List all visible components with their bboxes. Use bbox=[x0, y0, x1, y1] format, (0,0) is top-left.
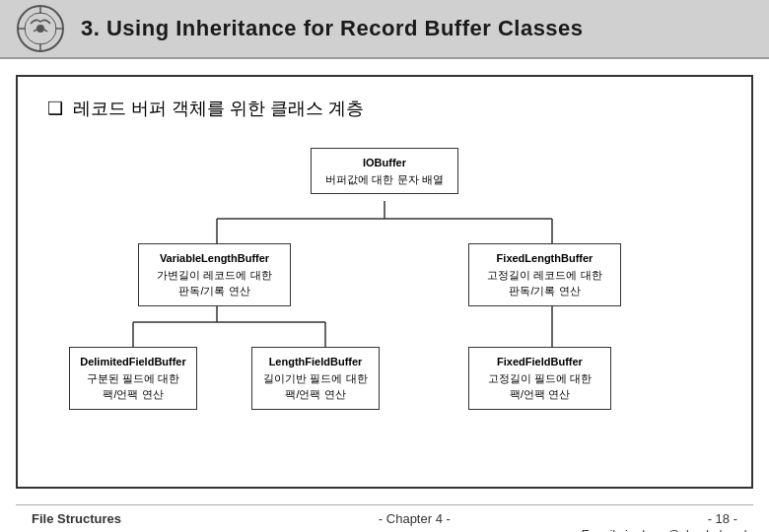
node-variable-length: VariableLengthBuffer 가변길이 레코드에 대한판독/기록 연… bbox=[138, 243, 291, 306]
node-fixed-length: FixedLengthBuffer 고정길이 레코드에 대한판독/기록 연산 bbox=[468, 243, 621, 306]
footer: File Structures - Chapter 4 - - 18 - bbox=[16, 504, 753, 528]
header: 3. Using Inheritance for Record Buffer C… bbox=[0, 0, 769, 59]
tree-diagram: IOBuffer 버퍼값에 대한 문자 배열 VariableLengthBuf… bbox=[59, 140, 710, 455]
node-iobuffer-classname: IOBuffer bbox=[319, 155, 450, 171]
node-iobuffer: IOBuffer 버퍼값에 대한 문자 배열 bbox=[311, 148, 458, 194]
university-logo bbox=[16, 4, 65, 53]
section-title: ❑ 레코드 버퍼 객체를 위한 클래스 계층 bbox=[47, 97, 722, 120]
node-ffb-desc: 고정길이 필드에 대한팩/언팩 연산 bbox=[477, 370, 602, 403]
node-delimited-field: DelimitedFieldBuffer 구분된 필드에 대한팩/언팩 연산 bbox=[69, 347, 197, 410]
footer-email: E-mail : jwchang@chonbuk.ac.kr bbox=[0, 528, 769, 532]
footer-page-number: - 18 - bbox=[708, 511, 737, 526]
node-flb-classname: FixedLengthBuffer bbox=[477, 250, 612, 267]
page-title: 3. Using Inheritance for Record Buffer C… bbox=[81, 16, 584, 41]
section-label: 레코드 버퍼 객체를 위한 클래스 계층 bbox=[73, 97, 364, 120]
node-dfb-classname: DelimitedFieldBuffer bbox=[78, 354, 188, 370]
node-length-field: LengthFieldBuffer 길이기반 필드에 대한팩/언팩 연산 bbox=[251, 347, 380, 410]
node-vlb-desc: 가변길이 레코드에 대한판독/기록 연산 bbox=[147, 267, 282, 299]
footer-chapter: - Chapter 4 - bbox=[379, 511, 451, 526]
node-lfb-desc: 길이기반 필드에 대한팩/언팩 연산 bbox=[260, 370, 371, 403]
bullet-icon: ❑ bbox=[47, 98, 63, 119]
footer-left-text: File Structures bbox=[32, 511, 121, 526]
node-iobuffer-desc: 버퍼값에 대한 문자 배열 bbox=[319, 171, 450, 188]
main-content: ❑ 레코드 버퍼 객체를 위한 클래스 계층 IOBuffer 버퍼값에 대한 … bbox=[16, 75, 753, 489]
node-fixed-field: FixedFieldBuffer 고정길이 필드에 대한팩/언팩 연산 bbox=[468, 347, 611, 410]
node-ffb-classname: FixedFieldBuffer bbox=[477, 354, 602, 370]
node-lfb-classname: LengthFieldBuffer bbox=[260, 354, 371, 370]
node-vlb-classname: VariableLengthBuffer bbox=[147, 250, 282, 267]
node-flb-desc: 고정길이 레코드에 대한판독/기록 연산 bbox=[477, 267, 612, 299]
node-dfb-desc: 구분된 필드에 대한팩/언팩 연산 bbox=[78, 370, 188, 403]
